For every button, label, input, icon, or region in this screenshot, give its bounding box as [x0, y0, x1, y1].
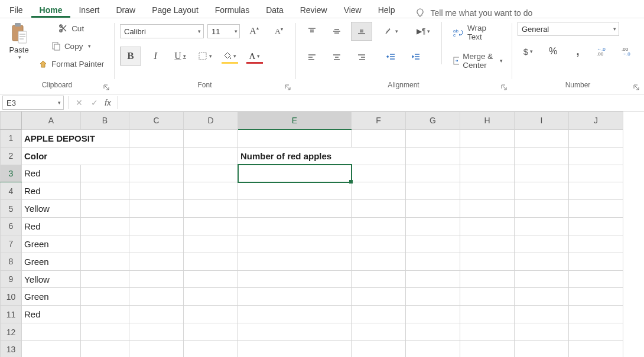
column-header-E[interactable]: E — [238, 112, 352, 130]
cell-F9[interactable] — [352, 270, 406, 288]
cell-C11[interactable] — [129, 306, 184, 323]
cell-B7[interactable] — [81, 235, 129, 253]
cell-D3[interactable] — [184, 165, 238, 182]
tell-me-search[interactable]: Tell me what you want to do — [404, 8, 533, 18]
cell-D6[interactable] — [184, 218, 238, 235]
cell-D9[interactable] — [184, 270, 238, 288]
cell-J3[interactable] — [569, 165, 623, 182]
cell-C4[interactable] — [129, 182, 184, 200]
cell-G7[interactable] — [406, 235, 460, 253]
border-button[interactable]: ▾ — [194, 47, 216, 65]
cell-A13[interactable] — [22, 340, 81, 357]
cell-B11[interactable] — [81, 306, 129, 323]
cell-H1[interactable] — [460, 129, 515, 147]
fx-icon[interactable]: fx — [105, 98, 111, 107]
cell-H5[interactable] — [460, 200, 515, 218]
cell-F11[interactable] — [352, 306, 406, 323]
cell-A1[interactable]: APPLE DEPOSIT — [22, 129, 129, 147]
cell-E1[interactable] — [238, 129, 352, 147]
name-box[interactable]: E3▾ — [2, 96, 64, 110]
cell-H2[interactable] — [460, 147, 515, 165]
orientation-button[interactable]: ▾ — [380, 22, 402, 41]
cell-A7[interactable]: Green — [22, 235, 81, 253]
cell-I11[interactable] — [515, 306, 569, 323]
cell-D2[interactable] — [184, 147, 238, 165]
row-header-1[interactable]: 1 — [1, 129, 22, 147]
cell-A11[interactable]: Red — [22, 306, 81, 323]
row-header-9[interactable]: 9 — [1, 270, 22, 288]
cell-G10[interactable] — [406, 288, 460, 306]
column-header-H[interactable]: H — [460, 112, 515, 130]
cell-H11[interactable] — [460, 306, 515, 323]
cell-A5[interactable]: Yellow — [22, 200, 81, 218]
cell-A9[interactable]: Yellow — [22, 270, 81, 288]
cell-E8[interactable] — [238, 253, 352, 270]
cell-H10[interactable] — [460, 288, 515, 306]
cell-A8[interactable]: Green — [22, 253, 81, 270]
cell-E4[interactable] — [238, 182, 352, 200]
cell-F3[interactable] — [352, 165, 406, 182]
cell-I7[interactable] — [515, 235, 569, 253]
menu-item-help[interactable]: Help — [370, 2, 404, 18]
column-header-C[interactable]: C — [129, 112, 184, 130]
cell-F10[interactable] — [352, 288, 406, 306]
cell-C13[interactable] — [129, 340, 184, 357]
row-header-6[interactable]: 6 — [1, 218, 22, 235]
accept-formula-button[interactable]: ✓ — [87, 96, 102, 109]
cell-E11[interactable] — [238, 306, 352, 323]
cell-E3[interactable] — [238, 165, 352, 182]
cell-J9[interactable] — [569, 270, 623, 288]
decrease-font-button[interactable]: A▾ — [268, 22, 290, 41]
cell-E7[interactable] — [238, 235, 352, 253]
row-header-3[interactable]: 3 — [1, 165, 22, 182]
cell-I8[interactable] — [515, 253, 569, 270]
column-header-I[interactable]: I — [515, 112, 569, 130]
cell-A4[interactable]: Red — [22, 182, 81, 200]
cell-D1[interactable] — [184, 129, 238, 147]
dialog-launcher-font[interactable] — [284, 83, 292, 91]
align-left-button[interactable] — [301, 48, 323, 67]
cell-D12[interactable] — [184, 323, 238, 341]
cell-F12[interactable] — [352, 323, 406, 341]
cell-C3[interactable] — [129, 165, 184, 182]
cell-G13[interactable] — [406, 340, 460, 357]
cell-E6[interactable] — [238, 218, 352, 235]
cell-G1[interactable] — [406, 129, 460, 147]
cell-E9[interactable] — [238, 270, 352, 288]
cell-A12[interactable] — [22, 323, 81, 341]
cell-I5[interactable] — [515, 200, 569, 218]
cell-E12[interactable] — [238, 323, 352, 341]
menu-item-data[interactable]: Data — [258, 2, 292, 18]
cell-B3[interactable] — [81, 165, 129, 182]
menu-item-insert[interactable]: Insert — [70, 2, 108, 18]
increase-decimal-button[interactable]: ←.0.00 — [592, 42, 613, 61]
font-size-select[interactable]: 11▾ — [207, 24, 240, 38]
cell-I1[interactable] — [515, 129, 569, 147]
cell-E2[interactable]: Number of red apples — [238, 147, 406, 165]
cell-C12[interactable] — [129, 323, 184, 341]
cell-F4[interactable] — [352, 182, 406, 200]
cell-I4[interactable] — [515, 182, 569, 200]
cell-H7[interactable] — [460, 235, 515, 253]
cell-C10[interactable] — [129, 288, 184, 306]
row-header-13[interactable]: 13 — [1, 340, 22, 357]
row-header-11[interactable]: 11 — [1, 306, 22, 323]
cell-C5[interactable] — [129, 200, 184, 218]
select-all-corner[interactable] — [1, 112, 22, 130]
column-header-J[interactable]: J — [569, 112, 623, 130]
fill-color-button[interactable]: ▾ — [219, 47, 240, 65]
menu-item-draw[interactable]: Draw — [108, 2, 144, 18]
cell-B9[interactable] — [81, 270, 129, 288]
cell-J1[interactable] — [569, 129, 623, 147]
dialog-launcher-alignment[interactable] — [500, 83, 508, 91]
currency-button[interactable]: $▾ — [518, 42, 539, 61]
cell-I12[interactable] — [515, 323, 569, 341]
cell-C2[interactable] — [129, 147, 184, 165]
cell-C1[interactable] — [129, 129, 184, 147]
menu-item-home[interactable]: Home — [31, 2, 71, 18]
cell-F6[interactable] — [352, 218, 406, 235]
cell-I10[interactable] — [515, 288, 569, 306]
cell-G2[interactable] — [406, 147, 460, 165]
cell-A2[interactable]: Color — [22, 147, 129, 165]
cut-button[interactable]: Cut — [35, 22, 107, 35]
